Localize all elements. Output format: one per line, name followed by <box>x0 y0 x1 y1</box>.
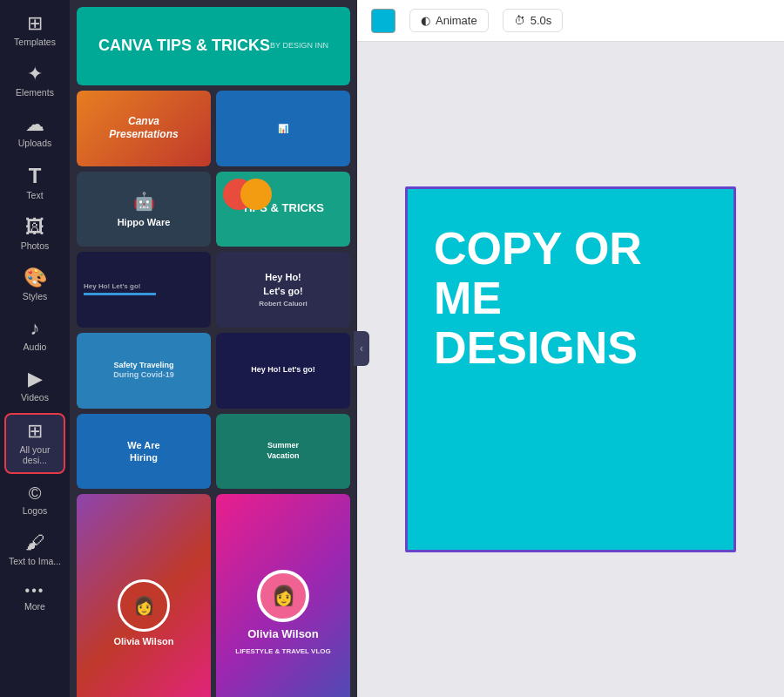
sidebar-item-text[interactable]: T Text <box>4 159 65 207</box>
thumbnail-4[interactable]: 📊 <box>216 91 350 166</box>
uploads-icon: ☁ <box>25 115 44 134</box>
sidebar-item-styles[interactable]: 🎨 Styles <box>4 261 65 308</box>
sidebar-item-audio[interactable]: ♪ Audio <box>4 312 65 359</box>
thumbnail-5[interactable]: 🤖 Hippo Ware <box>77 172 211 247</box>
chevron-left-icon: ‹ <box>360 342 363 355</box>
sidebar-label-more: More <box>24 601 45 612</box>
text-to-image-icon: 🖌 <box>25 533 44 552</box>
thumbnail-3[interactable]: CanvaPresentations <box>77 91 211 166</box>
sidebar: ⊞ Templates ✦ Elements ☁ Uploads T Text … <box>0 0 70 697</box>
sidebar-item-logos[interactable]: © Logos <box>4 477 65 523</box>
sidebar-label-audio: Audio <box>24 342 47 352</box>
thumbnail-grid: CANVA TIPS & TRICKSBY DESIGN INN CanvaPr… <box>70 0 357 697</box>
videos-icon: ▶ <box>28 369 43 389</box>
clock-icon: ⏱ <box>514 14 525 27</box>
sidebar-label-styles: Styles <box>23 291 48 301</box>
elements-icon: ✦ <box>27 64 43 84</box>
thumbnail-11[interactable]: We AreHiring <box>77 414 211 490</box>
sidebar-item-videos[interactable]: ▶ Videos <box>4 362 65 409</box>
animate-icon: ◐ <box>421 14 430 27</box>
thumbnail-12[interactable]: SummerVacation <box>216 414 350 490</box>
canvas-area: ◐ Animate ⏱ 5.0s COPY OR MEDESIGNS <box>357 0 784 697</box>
slide-preview[interactable]: COPY OR MEDESIGNS <box>405 186 736 552</box>
sidebar-label-videos: Videos <box>21 392 49 403</box>
logos-icon: © <box>29 484 42 502</box>
thumbnail-7[interactable]: Hey Ho! Let's go! <box>77 252 211 328</box>
audio-icon: ♪ <box>30 319 40 338</box>
all-designs-icon: ⊞ <box>27 422 43 441</box>
sidebar-item-uploads[interactable]: ☁ Uploads <box>4 108 65 155</box>
thumbnail-6[interactable]: TIPS & TRICKS <box>216 172 350 247</box>
thumbnail-1[interactable]: CANVA TIPS & TRICKSBY DESIGN INN <box>77 7 350 85</box>
slide-main-text: COPY OR MEDESIGNS <box>434 224 707 374</box>
thumbnail-8[interactable]: Hey Ho! Let's go! Robert Caluori <box>216 252 350 328</box>
sidebar-item-photos[interactable]: 🖼 Photos <box>4 211 65 258</box>
sidebar-label-elements: Elements <box>16 87 54 98</box>
photos-icon: 🖼 <box>25 218 44 237</box>
sidebar-label-text: Text <box>26 190 43 200</box>
sidebar-item-all-designs[interactable]: ⊞ All your desi... <box>4 413 65 474</box>
sidebar-item-elements[interactable]: ✦ Elements <box>4 58 65 105</box>
panel-wrapper: CANVA TIPS & TRICKSBY DESIGN INN CanvaPr… <box>70 0 357 697</box>
thumbnail-10[interactable]: Hey Ho! Let's go! <box>216 333 350 409</box>
template-panel: CANVA TIPS & TRICKSBY DESIGN INN CanvaPr… <box>70 0 357 697</box>
animate-button[interactable]: ◐ Animate <box>409 9 489 32</box>
sidebar-label-all-designs: All your desi... <box>10 444 60 465</box>
text-icon: T <box>29 166 42 186</box>
sidebar-label-photos: Photos <box>21 240 50 251</box>
canvas-content: COPY OR MEDESIGNS <box>357 42 784 697</box>
sidebar-label-logos: Logos <box>23 505 48 516</box>
thumbnail-9[interactable]: Safety Traveling During Covid-19 <box>77 333 211 409</box>
thumbnail-14[interactable]: 👩 Olivia Wilson LIFESTYLE & TRAVEL VLOG <box>216 494 350 697</box>
sidebar-label-templates: Templates <box>14 37 56 47</box>
sidebar-item-templates[interactable]: ⊞ Templates <box>4 7 65 54</box>
top-bar: ◐ Animate ⏱ 5.0s <box>357 0 784 42</box>
sidebar-item-more[interactable]: ••• More <box>4 577 65 619</box>
styles-icon: 🎨 <box>24 268 47 288</box>
collapse-panel-button[interactable]: ‹ <box>354 331 369 366</box>
sidebar-label-uploads: Uploads <box>18 138 52 148</box>
color-swatch[interactable] <box>371 9 395 33</box>
sidebar-item-text-to-image[interactable]: 🖌 Text to Ima... <box>4 526 65 573</box>
duration-button[interactable]: ⏱ 5.0s <box>503 9 564 32</box>
templates-icon: ⊞ <box>27 14 43 33</box>
more-icon: ••• <box>25 584 45 598</box>
thumbnail-13[interactable]: 👩 Olivia Wilson <box>77 494 211 697</box>
sidebar-label-text-to-image: Text to Ima... <box>9 556 61 566</box>
